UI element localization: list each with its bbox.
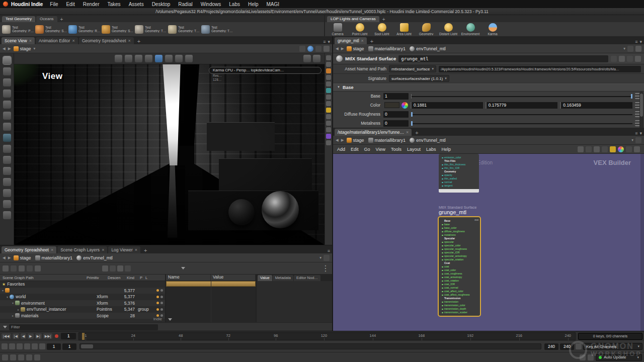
global-end-field[interactable]: 240 (560, 343, 574, 350)
close-icon[interactable] (406, 130, 409, 135)
play-button[interactable] (28, 333, 33, 339)
camera-icon[interactable] (313, 55, 320, 62)
display-option-icon[interactable] (326, 134, 331, 139)
network-canvas[interactable]: VEX Builder Indie Edition emission_color… (333, 154, 644, 331)
message-log-icon[interactable] (588, 354, 594, 360)
pin-icon[interactable] (627, 46, 633, 52)
shelf-tool[interactable]: Camera (327, 23, 348, 35)
pane-menu-icon[interactable] (323, 39, 326, 44)
color-palette-icon[interactable] (610, 146, 616, 152)
shelf-tool[interactable]: Karma Physical Sky (482, 23, 503, 35)
param-slider[interactable] (411, 93, 632, 100)
column-header[interactable]: Value (211, 275, 256, 281)
scale-tool-icon[interactable] (3, 89, 11, 98)
snapshot-icon[interactable] (324, 46, 330, 52)
menu-item[interactable]: File (50, 2, 58, 7)
breadcrumb-item[interactable]: stage (347, 138, 364, 143)
display-option-icon[interactable] (326, 62, 331, 67)
playback-end-field[interactable]: 240 (544, 343, 558, 350)
record-toggle[interactable] (55, 334, 58, 338)
gear-icon[interactable] (635, 46, 641, 52)
list-view-icon[interactable] (102, 265, 108, 272)
menu-item[interactable]: Help (248, 2, 259, 7)
playback-options-icon[interactable] (24, 343, 30, 349)
keyframe-options-icon[interactable] (2, 343, 8, 349)
search-icon[interactable] (634, 146, 640, 152)
value-tab[interactable]: Value (258, 275, 272, 281)
breadcrumb-item[interactable]: materiallibrary1 (35, 255, 73, 260)
chevron-down-icon[interactable] (319, 255, 321, 260)
node-select-icon[interactable] (3, 265, 9, 272)
timeline-ruler[interactable]: 124487296120144168192216240 (78, 332, 576, 340)
column-header[interactable]: Primitiv (87, 276, 108, 280)
shelf-tool[interactable]: Distant Light (438, 23, 459, 35)
scoped-channels-icon[interactable] (9, 343, 15, 349)
camera-info-overlay[interactable]: Karma CPU - Persp… lopkdev/ideaCam… Res…… (209, 67, 321, 82)
options-tool-icon[interactable] (3, 211, 11, 219)
color-r-field[interactable]: 0.1881 (411, 102, 483, 109)
view-tool-icon[interactable] (3, 112, 11, 120)
pane-menu-icon[interactable] (635, 131, 637, 136)
forward-button[interactable] (8, 255, 11, 260)
display-option-icon[interactable] (326, 75, 331, 80)
menu-item[interactable]: Render (83, 2, 100, 7)
camera-lock-icon[interactable] (315, 46, 321, 52)
color-wheel-icon[interactable] (401, 102, 408, 109)
list-view-icon[interactable] (602, 146, 608, 152)
pin-icon[interactable] (324, 255, 330, 261)
param-value-field[interactable]: 0 (383, 111, 409, 118)
wrench-icon[interactable] (578, 146, 584, 152)
menu-item[interactable]: Help (441, 147, 451, 152)
viewport-canvas[interactable]: View Karma CPU - Persp… lopkdev/ideaCam…… (14, 64, 325, 245)
menu-item[interactable]: MAGI (267, 2, 280, 7)
tree-row[interactable]: ▾ 5,377 (0, 288, 165, 294)
activation-toggle[interactable] (160, 308, 163, 311)
base-section-header[interactable]: Base (333, 83, 644, 92)
color-b-field[interactable]: 0.163459 (560, 102, 632, 109)
add-shelf-tab-button[interactable] (380, 17, 387, 22)
add-pane-tab-button[interactable] (135, 38, 143, 44)
signature-dropdown[interactable]: surfacesurfaceshader (1.0.1) (389, 75, 449, 82)
add-shelf-tab-button[interactable] (58, 17, 65, 22)
shelf-tool[interactable]: Area Light (393, 23, 415, 35)
display-option-icon[interactable] (326, 140, 331, 145)
close-icon[interactable] (51, 247, 53, 252)
breadcrumb-item[interactable]: materiallibrary1 (368, 138, 406, 143)
shelf-tool[interactable]: Test Geometry: S… (35, 23, 67, 35)
menu-item[interactable]: Edit (66, 2, 74, 7)
camera-icon[interactable] (576, 343, 582, 349)
pose-tool-icon[interactable] (3, 101, 11, 109)
grid-view-icon[interactable] (594, 146, 600, 152)
key-tool-icon[interactable] (3, 145, 11, 153)
tree-mode-icon[interactable] (19, 265, 25, 272)
chevron-down-icon[interactable] (34, 46, 36, 51)
back-button[interactable] (3, 46, 6, 51)
pane-split-icon[interactable] (639, 131, 642, 136)
follow-icon[interactable] (11, 265, 17, 272)
render-tool-icon[interactable] (3, 156, 11, 164)
display-option-icon[interactable] (326, 127, 331, 132)
add-pane-tab-button[interactable] (368, 38, 376, 44)
display-option-icon[interactable] (326, 101, 331, 106)
display-option-icon[interactable] (326, 81, 331, 86)
key-all-channels-dropdown[interactable]: Key All Channels (583, 343, 642, 350)
shelf-tool[interactable]: Point Light (349, 23, 370, 35)
add-pane-tab-button[interactable] (141, 247, 149, 253)
close-icon[interactable] (72, 38, 74, 43)
playback-start-field[interactable]: 1 (62, 343, 76, 350)
pane-tab[interactable]: Scene View (2, 37, 35, 44)
add-pane-tab-button[interactable] (413, 130, 421, 136)
tree-row[interactable]: Favorites (0, 281, 165, 288)
audio-icon[interactable] (17, 343, 23, 349)
param-value-field[interactable]: 1 (383, 93, 409, 100)
chevron-down-icon[interactable] (623, 46, 625, 51)
snap-tool-icon[interactable] (3, 134, 11, 142)
filter-icon[interactable] (168, 318, 172, 321)
tree-row[interactable]: ▾world Xform 5,377 (0, 294, 165, 300)
back-button[interactable] (3, 255, 6, 260)
grid-tool-icon[interactable] (3, 178, 11, 186)
shelf-tab[interactable]: LOP Lights and Cameras (327, 16, 379, 22)
menu-item[interactable]: Takes (108, 2, 121, 7)
display-option-icon[interactable] (326, 55, 331, 60)
pin-icon[interactable] (299, 46, 305, 52)
